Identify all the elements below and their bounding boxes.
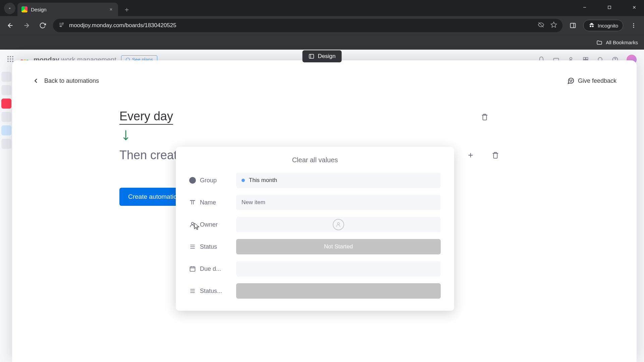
field-status: Status Not Started — [189, 239, 441, 254]
name-value: New item — [241, 199, 265, 206]
sidebar-item[interactable] — [1, 139, 11, 149]
svg-rect-28 — [190, 267, 195, 271]
field-owner: Owner — [189, 217, 441, 232]
owner-avatar-placeholder — [333, 219, 344, 230]
group-selector[interactable]: This month — [236, 173, 441, 188]
group-value: This month — [249, 177, 277, 184]
tab-favicon — [21, 6, 28, 12]
field-group: Group This month — [189, 173, 441, 188]
group-color-dot — [241, 179, 245, 182]
status-icon — [189, 288, 196, 294]
name-input[interactable]: New item — [236, 195, 441, 210]
window-controls — [577, 0, 642, 16]
delete-action-button[interactable] — [490, 149, 501, 161]
browser-tab[interactable]: Design — [17, 3, 118, 16]
trigger-row: Every day — [119, 108, 555, 126]
site-settings-icon[interactable] — [58, 22, 64, 29]
svg-rect-0 — [608, 6, 611, 9]
address-bar[interactable]: moodjoy.monday.com/boards/1830420525 — [53, 19, 562, 32]
item-values-popover: Clear all values Group This month Name N… — [176, 147, 454, 311]
owner-label: Owner — [200, 221, 218, 228]
status2-selector[interactable] — [236, 283, 441, 299]
browser-menu-button[interactable] — [628, 20, 639, 31]
due-label: Due d... — [200, 265, 221, 273]
left-sidebar — [0, 68, 13, 362]
svg-point-24 — [570, 80, 570, 80]
svg-point-15 — [570, 57, 572, 60]
field-status-2: Status... — [189, 283, 441, 299]
board-name-text: Design — [318, 53, 336, 60]
forward-button[interactable] — [21, 20, 32, 31]
svg-point-8 — [633, 25, 634, 26]
svg-point-25 — [572, 80, 572, 80]
incognito-indicator[interactable]: Incognito — [583, 20, 623, 31]
calendar-icon — [189, 265, 196, 272]
tab-title: Design — [31, 7, 47, 12]
action-text[interactable]: Then create — [119, 148, 184, 162]
field-name: Name New item — [189, 195, 441, 210]
trigger-text[interactable]: Every day — [119, 109, 173, 125]
owner-selector[interactable] — [236, 217, 441, 232]
svg-point-7 — [633, 23, 634, 24]
reload-button[interactable] — [37, 20, 48, 31]
bookmarks-bar: All Bookmarks — [0, 35, 644, 50]
name-label: Name — [200, 199, 216, 206]
group-circle-icon — [189, 177, 196, 184]
maximize-button[interactable] — [602, 5, 617, 11]
board-name-pill[interactable]: Design — [303, 50, 342, 62]
svg-rect-16 — [583, 57, 585, 59]
person-icon — [189, 221, 196, 228]
svg-rect-22 — [309, 54, 314, 58]
svg-rect-17 — [586, 57, 588, 59]
svg-point-26 — [192, 222, 194, 225]
folder-icon — [596, 40, 602, 46]
page-viewport: monday work management See plans Design — [0, 50, 644, 362]
sidebar-item[interactable] — [1, 99, 11, 109]
feedback-icon — [567, 77, 575, 84]
minimize-button[interactable] — [577, 5, 592, 11]
close-tab-icon[interactable] — [108, 6, 114, 12]
flow-arrow-icon — [121, 129, 555, 143]
group-label: Group — [200, 177, 217, 184]
field-due-date: Due d... — [189, 261, 441, 277]
browser-tab-strip: Design ＋ — [0, 0, 644, 16]
back-button[interactable] — [5, 20, 16, 31]
due-date-input[interactable] — [236, 261, 441, 277]
close-window-button[interactable] — [627, 5, 642, 11]
add-action-button[interactable] — [465, 149, 476, 161]
status-value: Not Started — [324, 243, 353, 250]
back-to-automations-link[interactable]: Back to automations — [32, 77, 99, 84]
chevron-left-icon — [32, 77, 40, 84]
sidebar-item[interactable] — [1, 85, 11, 95]
back-label: Back to automations — [44, 77, 99, 84]
sidebar-item[interactable] — [1, 125, 11, 135]
sidebar-item[interactable] — [1, 72, 11, 82]
bookmark-star-icon[interactable] — [550, 21, 557, 30]
url-text: moodjoy.monday.com/boards/1830420525 — [69, 22, 176, 29]
browser-toolbar: moodjoy.monday.com/boards/1830420525 Inc… — [0, 16, 644, 35]
side-panel-button[interactable] — [567, 20, 579, 31]
incognito-label: Incognito — [598, 23, 618, 28]
all-bookmarks-link[interactable]: All Bookmarks — [606, 40, 638, 45]
status-icon — [189, 243, 196, 250]
status-selector[interactable]: Not Started — [236, 239, 441, 254]
svg-point-1 — [62, 23, 63, 24]
svg-point-9 — [633, 27, 634, 28]
new-tab-button[interactable]: ＋ — [121, 4, 132, 15]
text-icon — [189, 199, 196, 206]
tab-search-button[interactable] — [4, 3, 15, 14]
svg-rect-5 — [571, 23, 576, 27]
feedback-label: Give feedback — [578, 77, 616, 84]
tracking-icon[interactable] — [538, 21, 544, 30]
give-feedback-link[interactable]: Give feedback — [567, 77, 616, 84]
create-button-label: Create automation — [128, 193, 180, 200]
delete-trigger-button[interactable] — [479, 111, 490, 123]
clear-all-values-link[interactable]: Clear all values — [189, 156, 441, 164]
sidebar-item[interactable] — [1, 112, 11, 122]
status-label: Status — [200, 243, 217, 250]
svg-point-27 — [337, 223, 339, 225]
svg-marker-4 — [551, 22, 557, 27]
status2-label: Status... — [200, 288, 222, 295]
